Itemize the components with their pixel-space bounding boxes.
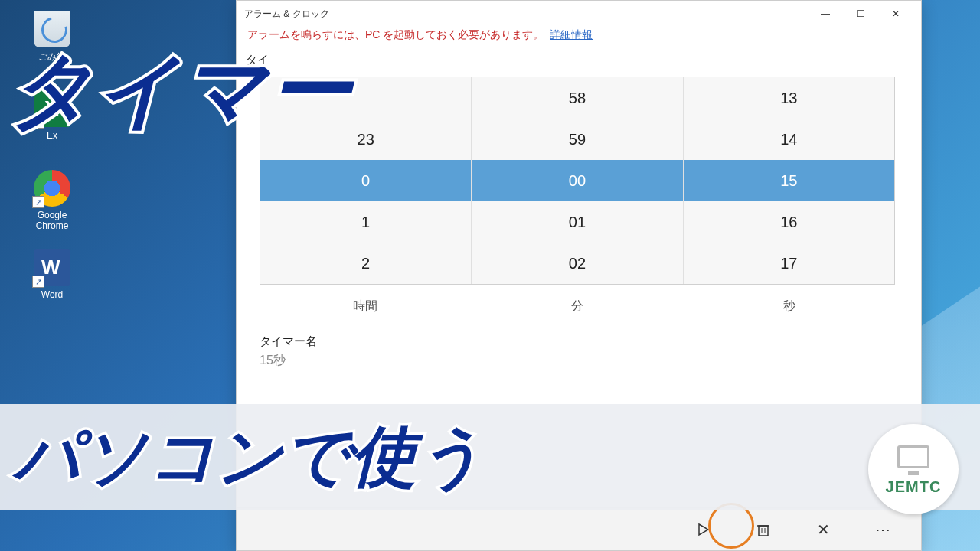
- logo-text: JEMTC: [886, 478, 942, 496]
- second-label: 秒: [683, 292, 895, 321]
- minute-cell[interactable]: 00: [472, 160, 683, 201]
- minimize-button[interactable]: —: [808, 2, 843, 26]
- desktop-icon-label: Word: [21, 289, 83, 300]
- close-button[interactable]: ✕: [878, 2, 913, 26]
- tutorial-title: タイマー: [9, 35, 353, 147]
- play-icon: [697, 523, 710, 536]
- delete-button[interactable]: [746, 513, 780, 546]
- second-cell[interactable]: 13: [684, 77, 894, 119]
- trash-icon: [756, 522, 770, 537]
- minute-cell[interactable]: 01: [472, 201, 683, 243]
- second-cell[interactable]: 16: [684, 201, 894, 243]
- word-icon: ↗: [34, 249, 70, 286]
- time-picker[interactable]: 5813 235914 00015 10116 20217: [260, 77, 895, 285]
- notice-link[interactable]: 詳細情報: [550, 28, 593, 41]
- svg-marker-0: [699, 524, 708, 535]
- hour-cell[interactable]: 1: [260, 201, 472, 243]
- picker-selected-row[interactable]: 00015: [260, 160, 894, 201]
- titlebar: アラーム & クロック — ☐ ✕: [237, 1, 921, 27]
- svg-rect-1: [759, 526, 768, 536]
- minute-cell[interactable]: 58: [472, 77, 683, 119]
- desktop-icon-word[interactable]: ↗ Word: [21, 249, 83, 300]
- timer-name-input[interactable]: [260, 354, 895, 368]
- desktop-icon-label: Google Chrome: [21, 210, 83, 231]
- hour-cell[interactable]: 0: [260, 160, 472, 201]
- hour-label: 時間: [260, 292, 472, 321]
- desktop-icon-chrome[interactable]: ↗ Google Chrome: [21, 170, 83, 231]
- play-button[interactable]: [687, 513, 720, 546]
- hour-cell[interactable]: 2: [260, 243, 472, 284]
- chrome-icon: ↗: [34, 170, 70, 207]
- jemtc-logo: JEMTC: [868, 424, 959, 514]
- timer-name-label: タイマー名: [237, 321, 921, 354]
- cancel-button[interactable]: ✕: [806, 513, 840, 546]
- minute-cell[interactable]: 59: [472, 119, 683, 160]
- minute-label: 分: [472, 292, 684, 321]
- more-button[interactable]: ⋯: [866, 513, 900, 546]
- window-title: アラーム & クロック: [244, 8, 329, 21]
- second-cell[interactable]: 14: [684, 119, 894, 160]
- second-cell[interactable]: 17: [684, 243, 894, 284]
- monitor-icon: [897, 445, 929, 468]
- tutorial-subtitle: パソコンで使う: [14, 412, 484, 502]
- picker-unit-labels: 時間 分 秒: [260, 292, 895, 321]
- maximize-button[interactable]: ☐: [843, 2, 878, 26]
- minute-cell[interactable]: 02: [472, 243, 683, 284]
- second-cell[interactable]: 15: [684, 160, 894, 201]
- tutorial-band: パソコンで使う: [0, 404, 980, 510]
- command-bar: ✕ ⋯: [237, 507, 921, 550]
